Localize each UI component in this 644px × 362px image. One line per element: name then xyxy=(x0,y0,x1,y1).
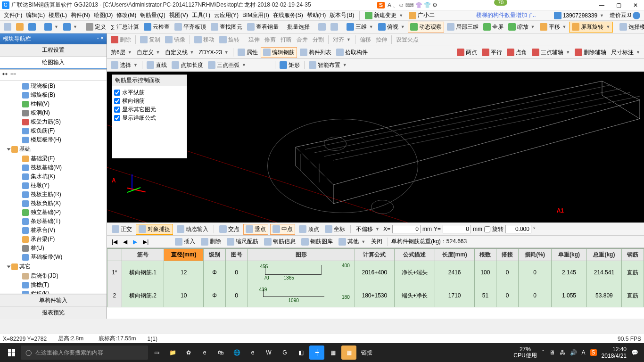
two-point-button[interactable]: 两点 xyxy=(455,48,479,58)
tab-draw-input[interactable]: 绘图输入 xyxy=(0,57,107,69)
tree-item[interactable]: 集水坑(K) xyxy=(1,172,106,181)
sum-button[interactable]: ∑ 汇总计算 xyxy=(109,22,141,32)
scale-button[interactable]: 缩尺配筋 xyxy=(225,237,260,247)
col-header[interactable]: 图形 xyxy=(248,249,355,261)
trim-button[interactable]: 修剪 xyxy=(263,35,278,45)
select-floor-button[interactable]: 选择楼层 xyxy=(618,22,644,32)
move-button[interactable]: 移动 xyxy=(192,35,216,45)
app-icon-2[interactable]: G xyxy=(277,346,292,360)
close-button[interactable]: 关闭 xyxy=(369,237,384,247)
account-button[interactable]: 13907298339▼ xyxy=(552,11,606,20)
tree-item[interactable]: 板受力筋(S) xyxy=(1,117,106,126)
tree-item[interactable]: 承台梁(F) xyxy=(1,235,106,244)
app-icon-1[interactable]: ✿ xyxy=(181,346,196,360)
col-header[interactable]: 钢筋 xyxy=(622,249,644,261)
fullscreen-button[interactable]: 全屏 xyxy=(481,22,505,32)
snap-mid[interactable]: 中点 xyxy=(270,224,295,235)
ortho-toggle[interactable]: 正交 xyxy=(110,224,134,234)
rotate-input[interactable] xyxy=(505,225,531,233)
table-row[interactable]: 1*横向钢筋.112Φ04554007013652016+400净长+端头241… xyxy=(107,261,644,284)
floor-selector[interactable]: 第6层▼ xyxy=(109,48,134,58)
dim-label-button[interactable]: 尺寸标注▼ xyxy=(609,48,642,58)
dyn-input-toggle[interactable]: 动态输入 xyxy=(175,224,210,234)
no-offset-selector[interactable]: 不偏移▼ xyxy=(354,224,381,234)
col-header[interactable]: 单重(kg) xyxy=(552,249,586,261)
tree-item[interactable]: 楼层板带(H) xyxy=(1,135,106,144)
point-angle-button[interactable]: 点角 xyxy=(505,48,529,58)
snap-cross[interactable]: 交点 xyxy=(217,224,241,234)
windows-taskbar[interactable]: ◯ 在这里输入你要搜索的内容 ▭ 📁 ✿ e 🛍 🌐 e W G ◧ ┿ ▦ ▦… xyxy=(0,343,644,362)
tray-ime-a[interactable]: A xyxy=(582,349,586,356)
define-button[interactable]: 定义 xyxy=(84,22,108,32)
pick-button[interactable]: 拾取构件 xyxy=(334,48,370,58)
next-button[interactable]: ▶ xyxy=(131,238,139,246)
select-tool[interactable]: 选择▼ xyxy=(109,60,140,70)
tree-item[interactable]: 后浇带(JD) xyxy=(1,272,106,280)
app-icon-4[interactable]: ┿ xyxy=(309,346,324,360)
edit-rebar-button[interactable]: 编辑钢筋 xyxy=(261,47,297,58)
rotate-checkbox[interactable] xyxy=(484,226,490,232)
osnap-toggle[interactable]: 对象捕捉 xyxy=(136,224,173,235)
store-icon[interactable]: 🛍 xyxy=(213,346,228,360)
menu-构件(N)[interactable]: 构件(N) xyxy=(69,11,92,19)
notification-icon[interactable]: 💬 xyxy=(631,349,638,356)
tree-item[interactable]: 独立基础(P) xyxy=(1,208,106,217)
tree-item[interactable]: 板洞(N) xyxy=(1,108,106,117)
snap-coord[interactable]: 坐标 xyxy=(323,224,347,234)
menu-视图(V)[interactable]: 视图(V) xyxy=(167,11,190,19)
new-button[interactable] xyxy=(2,22,13,32)
rebar-lib-button[interactable]: 钢筋图库 xyxy=(299,237,335,247)
cloud-check-button[interactable]: 云检查 xyxy=(142,22,172,32)
menu-工具(T)[interactable]: 工具(T) xyxy=(190,11,212,19)
tray-ime-s[interactable]: S xyxy=(590,349,597,356)
menu-帮助(H)[interactable]: 帮助(H) xyxy=(305,11,328,19)
offset-button[interactable]: 偏移 xyxy=(358,35,373,45)
ie-icon[interactable]: e xyxy=(245,346,260,360)
col-header[interactable] xyxy=(107,249,122,261)
delete-row[interactable]: 删除 xyxy=(199,237,223,247)
menu-BIM应用(I)[interactable]: BIM应用(I) xyxy=(240,11,271,19)
close-button[interactable]: ✕ xyxy=(629,1,642,9)
first-button[interactable]: |◀ xyxy=(110,238,119,246)
menu-编辑(E)[interactable]: 编辑(E) xyxy=(24,11,47,19)
search-box[interactable]: ◯ 在这里输入你要搜索的内容 xyxy=(21,346,148,360)
menu-文件(F)[interactable]: 文件(F) xyxy=(2,11,24,19)
tree-item[interactable]: 螺旋板(B) xyxy=(1,90,106,99)
clock[interactable]: 12:402018/4/21 xyxy=(602,346,627,359)
mirror-button[interactable]: 镜像 xyxy=(163,35,187,45)
tray-network-icon[interactable]: 🖧 xyxy=(560,349,565,356)
col-header[interactable]: 总重(kg) xyxy=(586,249,621,261)
line-tool[interactable]: 直线 xyxy=(145,60,169,70)
split-button[interactable]: 分割 xyxy=(311,35,326,45)
find-button[interactable]: 查找图元 xyxy=(209,22,244,32)
smart-layout-tool[interactable]: 智能布置▼ xyxy=(307,60,349,70)
tree-item[interactable]: 桩承台(V) xyxy=(1,226,106,235)
screen-rotate-button[interactable]: 屏幕旋转▼ xyxy=(569,22,613,33)
top-view-button[interactable]: 俯视▼ xyxy=(376,22,407,32)
tree-group[interactable]: 基础 xyxy=(1,144,106,154)
col-header[interactable]: 图号 xyxy=(225,249,248,261)
zoom-button[interactable]: 缩放▼ xyxy=(506,22,537,32)
start-button[interactable] xyxy=(3,346,20,360)
copy-button[interactable]: 复制 xyxy=(138,35,162,45)
tree-item[interactable]: 栏板(K) xyxy=(1,289,106,294)
edge-icon[interactable]: e xyxy=(197,346,212,360)
three-arc-tool[interactable]: 三点画弧▼ xyxy=(206,60,248,70)
coins-indicator[interactable]: 造价豆:0 xyxy=(608,10,642,20)
app-icon-3[interactable]: ◧ xyxy=(293,346,308,360)
prev-button[interactable] xyxy=(316,22,328,32)
parallel-button[interactable]: 平行 xyxy=(480,48,504,58)
other-button[interactable]: 其他▼ xyxy=(337,237,367,247)
col-header[interactable]: 直径(mm) xyxy=(164,249,204,261)
menu-云应用(Y)[interactable]: 云应用(Y) xyxy=(212,11,240,19)
panel-pin-icon[interactable]: ▫ × xyxy=(97,35,104,43)
tree-group[interactable]: 其它 xyxy=(1,262,106,272)
stretch-button[interactable]: 拉伸 xyxy=(374,35,389,45)
insert-row[interactable]: 插入 xyxy=(173,237,197,247)
redo-button[interactable]: ▼ xyxy=(61,22,79,32)
col-header[interactable]: 公式描述 xyxy=(394,249,435,261)
tree-item[interactable]: 基础梁(F) xyxy=(1,154,106,163)
col-header[interactable]: 损耗(%) xyxy=(518,249,551,261)
wps-icon[interactable]: W xyxy=(261,346,276,360)
app-icon-5[interactable]: ▦ xyxy=(325,346,340,360)
